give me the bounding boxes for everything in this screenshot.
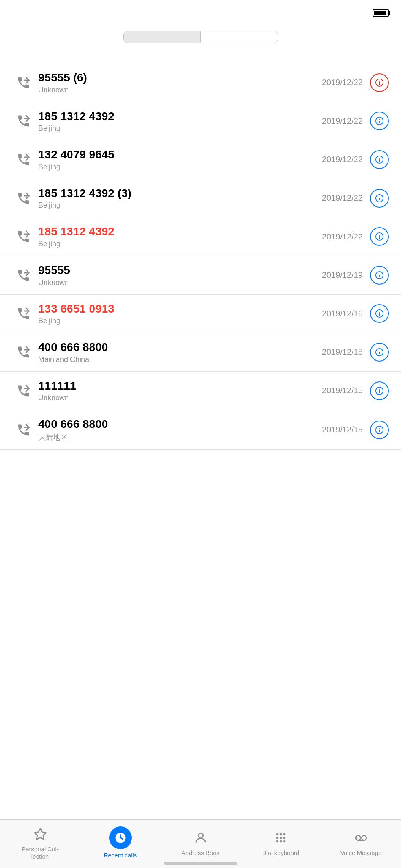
call-date: 2019/12/22 <box>322 116 363 126</box>
info-button[interactable]: i <box>370 150 389 169</box>
info-button[interactable]: i <box>370 381 389 400</box>
info-button[interactable]: i <box>370 421 389 439</box>
call-details: 185 1312 4392 Beijing <box>38 225 322 248</box>
call-number: 111111 <box>38 379 322 393</box>
call-item[interactable]: 185 1312 4392 Beijing 2019/12/22 i <box>0 217 401 256</box>
svg-text:i: i <box>379 311 380 317</box>
call-right: 2019/12/15 i <box>322 343 389 362</box>
call-item[interactable]: 111111 Unknown 2019/12/15 i <box>0 372 401 410</box>
tab-item-2[interactable]: Address Book <box>160 829 241 857</box>
tab-active-icon <box>109 826 132 849</box>
svg-point-27 <box>280 837 282 839</box>
call-outgoing-icon <box>16 384 31 398</box>
call-date: 2019/12/19 <box>322 270 363 280</box>
call-details: 95555 Unknown <box>38 263 322 287</box>
call-location: Mainland China <box>38 355 322 364</box>
call-right: 2019/12/22 i <box>322 150 389 169</box>
svg-text:i: i <box>379 80 380 85</box>
info-button[interactable]: i <box>370 112 389 130</box>
call-location: Beijing <box>38 240 322 248</box>
call-date: 2019/12/15 <box>322 425 363 434</box>
call-outgoing-icon <box>16 423 31 437</box>
call-number: 185 1312 4392 (3) <box>38 186 322 200</box>
info-button[interactable]: i <box>370 304 389 323</box>
svg-point-22 <box>198 833 203 837</box>
call-item[interactable]: 185 1312 4392 (3) Beijing 2019/12/22 i <box>0 179 401 218</box>
call-number: 95555 (6) <box>38 71 322 85</box>
tab-icon-3 <box>272 829 290 847</box>
status-bar <box>0 0 401 24</box>
call-item[interactable]: 185 1312 4392 Beijing 2019/12/22 i <box>0 102 401 141</box>
call-item[interactable]: 95555 Unknown 2019/12/19 i <box>0 256 401 295</box>
call-date: 2019/12/22 <box>322 193 363 203</box>
call-date: 2019/12/16 <box>322 309 363 318</box>
segment-control[interactable] <box>123 31 278 43</box>
svg-point-30 <box>280 840 282 842</box>
tab-item-1[interactable]: Recent calls <box>80 826 160 859</box>
info-button[interactable]: i <box>370 189 389 208</box>
info-button[interactable]: i <box>370 266 389 285</box>
call-date: 2019/12/22 <box>322 232 363 241</box>
info-button[interactable]: i <box>370 227 389 246</box>
info-button[interactable]: i <box>370 73 389 92</box>
status-right <box>369 9 389 17</box>
call-date: 2019/12/15 <box>322 347 363 357</box>
segment-missed-calls[interactable] <box>201 31 277 43</box>
call-date: 2019/12/15 <box>322 386 363 395</box>
tab-item-3[interactable]: Dial keyboard <box>241 829 321 857</box>
call-right: 2019/12/15 i <box>322 421 389 439</box>
segment-all-calls[interactable] <box>124 31 200 43</box>
call-list: 95555 (6) Unknown 2019/12/22 i 185 1312 … <box>0 64 401 450</box>
call-number: 132 4079 9645 <box>38 148 322 162</box>
call-right: 2019/12/22 i <box>322 189 389 208</box>
call-outgoing-icon <box>16 229 31 244</box>
call-outgoing-icon <box>16 345 31 359</box>
call-details: 111111 Unknown <box>38 379 322 403</box>
call-location: Beijing <box>38 163 322 171</box>
svg-point-25 <box>283 833 285 835</box>
svg-point-28 <box>283 837 285 839</box>
call-details: 400 666 8800 Mainland China <box>38 340 322 364</box>
call-item[interactable]: 400 666 8800 大陆地区 2019/12/15 i <box>0 410 401 450</box>
call-item[interactable]: 133 6651 0913 Beijing 2019/12/16 i <box>0 295 401 333</box>
svg-point-24 <box>280 833 282 835</box>
tab-item-0[interactable]: Personal Col-lection <box>0 825 80 860</box>
call-outgoing-icon <box>16 152 31 167</box>
page-title <box>0 51 401 64</box>
call-right: 2019/12/19 i <box>322 266 389 285</box>
call-number: 95555 <box>38 263 322 277</box>
svg-point-29 <box>276 840 278 842</box>
call-location: 大陆地区 <box>38 432 322 442</box>
battery-icon <box>373 9 389 17</box>
call-location: Beijing <box>38 201 322 210</box>
segment-bar <box>0 24 401 51</box>
call-outgoing-icon <box>16 306 31 321</box>
call-location: Unknown <box>38 86 322 94</box>
call-location: Beijing <box>38 124 322 133</box>
call-details: 133 6651 0913 Beijing <box>38 302 322 326</box>
call-number: 400 666 8800 <box>38 340 322 354</box>
tab-item-4[interactable]: Voice Message <box>321 829 401 857</box>
call-outgoing-icon <box>16 191 31 206</box>
call-details: 185 1312 4392 (3) Beijing <box>38 186 322 210</box>
svg-text:i: i <box>379 388 380 394</box>
tab-bar: Personal Col-lection Recent calls Addres… <box>0 819 401 868</box>
call-item[interactable]: 132 4079 9645 Beijing 2019/12/22 i <box>0 140 401 179</box>
svg-point-31 <box>283 840 285 842</box>
svg-text:i: i <box>379 234 380 240</box>
call-right: 2019/12/22 i <box>322 73 389 92</box>
info-button[interactable]: i <box>370 343 389 362</box>
call-item[interactable]: 400 666 8800 Mainland China 2019/12/15 i <box>0 333 401 372</box>
tab-label-2: Address Book <box>182 849 219 857</box>
svg-point-26 <box>276 837 278 839</box>
call-details: 185 1312 4392 Beijing <box>38 110 322 133</box>
call-right: 2019/12/15 i <box>322 381 389 400</box>
home-indicator <box>164 862 237 865</box>
tab-icon-4 <box>352 829 370 847</box>
call-details: 95555 (6) Unknown <box>38 71 322 94</box>
call-date: 2019/12/22 <box>322 155 363 164</box>
call-outgoing-icon <box>16 75 31 90</box>
call-number: 185 1312 4392 <box>38 110 322 123</box>
call-item[interactable]: 95555 (6) Unknown 2019/12/22 i <box>0 64 401 102</box>
tab-label-0: Personal Col-lection <box>22 846 59 860</box>
